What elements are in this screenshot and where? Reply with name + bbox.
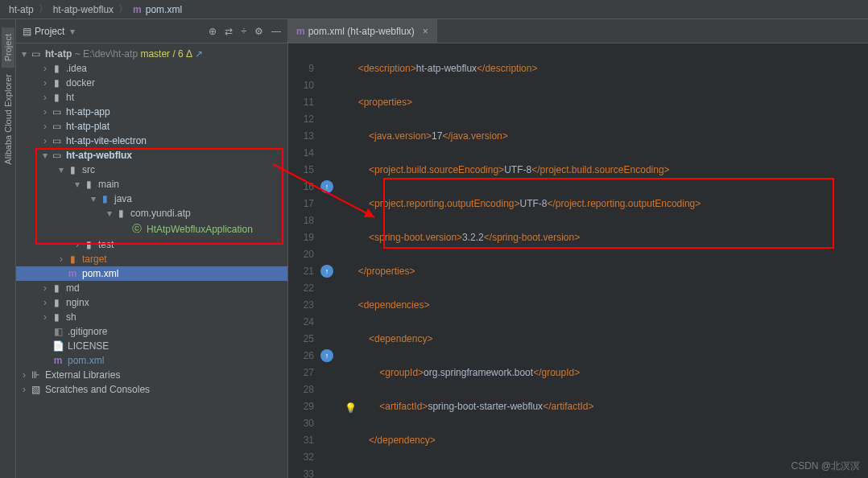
tree-item[interactable]: ›▮nginx: [16, 295, 287, 310]
tree-item[interactable]: ›▮sh: [16, 310, 287, 324]
tree-item[interactable]: ›▭ht-atp-vite-electron: [16, 134, 287, 148]
project-title: Project: [35, 26, 64, 37]
line-numbers: 9 10 11 12 13 14 15 16 17 18 19 20 21 22…: [288, 43, 320, 478]
tree-item[interactable]: ›▮test: [16, 237, 287, 252]
tree-item[interactable]: ›▮md: [16, 281, 287, 295]
tool-tab-cloud[interactable]: Alibaba Cloud Explorer: [2, 68, 14, 171]
tree-item[interactable]: ›▭ht-atp-app: [16, 105, 287, 119]
watermark: CSDN @北溟溟: [791, 459, 860, 473]
maven-icon: m: [133, 4, 142, 15]
chevron-right-icon: 〉: [118, 2, 128, 16]
run-gutter-icon[interactable]: ↑: [320, 180, 333, 193]
project-panel: ▤ Project ▾ ⊕ ⇄ ÷ ⚙ — ▾▭ ht-atp: [16, 19, 288, 478]
tree-item[interactable]: ›▮docker: [16, 76, 287, 90]
tree-item-webflux[interactable]: ▾▭ht-atp-webflux: [16, 148, 287, 163]
close-icon[interactable]: ×: [423, 26, 428, 37]
breadcrumb-module[interactable]: ht-atp-webflux: [53, 4, 114, 15]
hide-icon[interactable]: —: [271, 26, 281, 37]
tree-item[interactable]: ▾▮java: [16, 192, 287, 206]
tree-item[interactable]: ›⊪External Libraries: [16, 368, 287, 382]
select-opened-file-icon[interactable]: ⊕: [209, 26, 217, 37]
code-area[interactable]: 9 10 11 12 13 14 15 16 17 18 19 20 21 22…: [288, 43, 868, 478]
bulb-icon[interactable]: 💡: [345, 400, 357, 417]
tree-item[interactable]: ▾▮src: [16, 163, 287, 177]
expand-all-icon[interactable]: ⇄: [225, 26, 233, 37]
run-gutter-icon[interactable]: ↑: [320, 349, 333, 362]
tree-item[interactable]: mpom.xml: [16, 353, 287, 368]
collapse-all-icon[interactable]: ÷: [241, 26, 246, 37]
tree-item[interactable]: ›▮.idea: [16, 61, 287, 76]
tree-item-app-class[interactable]: ⓒHtAtpWebfluxApplication: [16, 220, 287, 237]
settings-icon[interactable]: ⚙: [254, 26, 263, 37]
breadcrumb: ht-atp 〉 ht-atp-webflux 〉 m pom.xml: [0, 0, 868, 19]
breadcrumb-file[interactable]: pom.xml: [146, 4, 182, 15]
tree-item[interactable]: ◧.gitignore: [16, 324, 287, 339]
project-icon: ▤: [23, 26, 31, 37]
project-header: ▤ Project ▾ ⊕ ⇄ ÷ ⚙ —: [16, 19, 287, 43]
tree-item[interactable]: ›▮ht: [16, 90, 287, 105]
gutter-marks: ↑ ↑ ↑ 💡: [320, 43, 337, 478]
tree-item[interactable]: ›▧Scratches and Consoles: [16, 382, 287, 397]
project-tree[interactable]: ▾▭ ht-atp ~ E:\dev\ht-atp master / 6 Δ ↗…: [16, 43, 287, 478]
chevron-right-icon: 〉: [39, 2, 48, 16]
tree-root[interactable]: ▾▭ ht-atp ~ E:\dev\ht-atp master / 6 Δ ↗: [16, 47, 287, 61]
editor-tabs: m pom.xml (ht-atp-webflux) ×: [288, 19, 868, 43]
tool-window-stripe: Project Alibaba Cloud Explorer: [0, 19, 16, 478]
breadcrumb-root[interactable]: ht-atp: [9, 4, 34, 15]
tree-item[interactable]: ▾▮main: [16, 177, 287, 192]
editor: m pom.xml (ht-atp-webflux) × 9 10 11 12 …: [288, 19, 868, 478]
tree-item[interactable]: ▾▮com.yundi.atp: [16, 206, 287, 220]
code-lines[interactable]: <description>ht-atp-webflux</description…: [337, 43, 868, 478]
dropdown-icon[interactable]: ▾: [68, 26, 77, 37]
tab-pom[interactable]: m pom.xml (ht-atp-webflux) ×: [288, 19, 437, 43]
tool-tab-project[interactable]: Project: [2, 27, 14, 68]
tree-item-pom[interactable]: mpom.xml: [16, 266, 287, 281]
tree-item[interactable]: 📄LICENSE: [16, 339, 287, 353]
maven-icon: m: [296, 26, 305, 37]
tree-item[interactable]: ›▮target: [16, 252, 287, 266]
tree-item[interactable]: ›▭ht-atp-plat: [16, 119, 287, 134]
run-gutter-icon[interactable]: ↑: [320, 265, 333, 278]
